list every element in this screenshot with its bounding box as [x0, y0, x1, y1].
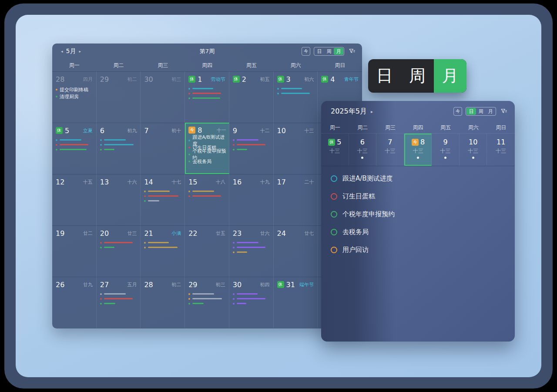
- day-cell[interactable]: 30初四: [229, 277, 274, 328]
- event-bar[interactable]: [56, 147, 93, 152]
- task-status-circle[interactable]: [331, 247, 337, 253]
- event-bar[interactable]: [100, 296, 137, 301]
- task-status-circle[interactable]: [331, 193, 337, 200]
- event-bar[interactable]: [233, 301, 270, 306]
- day-cell[interactable]: 15十八: [185, 174, 229, 225]
- day-cell[interactable]: 休1劳动节: [185, 71, 229, 123]
- event-bar[interactable]: [100, 137, 137, 142]
- event-bar[interactable]: [100, 147, 137, 152]
- week-day-cell[interactable]: 11十三: [487, 134, 515, 166]
- day-cell[interactable]: 23廿六: [229, 225, 274, 277]
- week-day-cell[interactable]: 7十三: [376, 134, 404, 166]
- event-bar[interactable]: [144, 198, 181, 203]
- event-bar[interactable]: [56, 137, 93, 142]
- day-cell[interactable]: 休31端午节: [274, 277, 318, 328]
- day-cell[interactable]: 28初二: [141, 277, 185, 328]
- day-cell[interactable]: 17二十: [274, 174, 318, 225]
- task-status-circle[interactable]: [331, 211, 337, 218]
- week-day-cell[interactable]: 休5十三: [321, 134, 349, 166]
- task-item[interactable]: 用户回访: [331, 241, 515, 259]
- task-item[interactable]: 个税年度申报预约: [331, 205, 515, 223]
- callout-view-option-1[interactable]: 日: [368, 59, 401, 93]
- task-item[interactable]: 跟进A/B测试进度: [331, 170, 515, 188]
- day-cell[interactable]: 休2初五: [229, 71, 274, 123]
- day-cell[interactable]: 22廿五: [185, 225, 229, 277]
- day-cell[interactable]: 27五月: [97, 277, 141, 328]
- next-month-button[interactable]: ▸: [79, 49, 81, 54]
- week-day-cell[interactable]: 6十三: [349, 134, 377, 166]
- event-bar[interactable]: [233, 137, 270, 142]
- view-toggle-option-3[interactable]: 月: [334, 48, 343, 55]
- callout-view-option-3[interactable]: 月: [434, 59, 466, 93]
- callout-view-option-2[interactable]: 周: [401, 59, 433, 93]
- day-cell[interactable]: 24廿七: [274, 225, 318, 277]
- day-cell[interactable]: 9十二: [229, 123, 274, 174]
- day-cell[interactable]: 6初九: [97, 123, 141, 174]
- view-toggle-option-2[interactable]: 周: [476, 108, 486, 115]
- event-bar[interactable]: [100, 240, 137, 245]
- event-bar[interactable]: [188, 296, 225, 301]
- week-day-cell[interactable]: 今8十三: [404, 134, 432, 166]
- event-item[interactable]: 个税年度申报预约: [188, 151, 226, 158]
- event-bar[interactable]: [144, 189, 181, 194]
- view-toggle-option-1[interactable]: 日: [315, 48, 324, 55]
- view-toggle-option-1[interactable]: 日: [466, 108, 476, 115]
- event-bar[interactable]: [188, 96, 225, 101]
- task-status-circle[interactable]: [331, 175, 337, 182]
- day-cell[interactable]: 休5立夏: [52, 123, 97, 174]
- day-cell[interactable]: 休3初六: [274, 71, 318, 123]
- view-toggle[interactable]: 日周月: [314, 47, 344, 56]
- day-cell[interactable]: 13十六: [97, 174, 141, 225]
- event-bar[interactable]: [233, 147, 270, 152]
- day-cell[interactable]: 19廿二: [52, 225, 97, 277]
- event-item[interactable]: 跟进A/B测试进度: [188, 137, 226, 144]
- task-item[interactable]: 订生日蛋糕: [331, 188, 515, 205]
- event-bar[interactable]: [144, 194, 181, 198]
- day-cell[interactable]: 29初三: [185, 277, 229, 328]
- today-button[interactable]: 今: [302, 47, 310, 56]
- event-bar[interactable]: [144, 240, 181, 245]
- event-bar[interactable]: [188, 301, 225, 306]
- event-bar[interactable]: [277, 91, 314, 96]
- day-cell[interactable]: 20廿三: [97, 225, 141, 277]
- day-cell[interactable]: 14十七: [141, 174, 185, 225]
- event-bar[interactable]: [233, 142, 270, 147]
- event-bar[interactable]: [233, 291, 270, 296]
- event-bar[interactable]: [188, 194, 225, 198]
- next-month-button[interactable]: ▸: [371, 109, 373, 114]
- event-bar[interactable]: [100, 245, 137, 250]
- week-day-cell[interactable]: 9十三: [432, 134, 460, 166]
- filter-button[interactable]: [348, 47, 356, 56]
- view-toggle-option-2[interactable]: 周: [324, 48, 334, 55]
- task-status-circle[interactable]: [331, 229, 337, 235]
- event-bar[interactable]: [188, 291, 225, 296]
- week-day-cell[interactable]: 10十三: [460, 134, 487, 166]
- event-bar[interactable]: [100, 291, 137, 296]
- event-bar[interactable]: [144, 245, 181, 250]
- event-bar[interactable]: [188, 86, 225, 91]
- day-cell[interactable]: 16十九: [229, 174, 274, 225]
- day-cell[interactable]: 今8十一跟进A/B测试进度订生日蛋糕个税年度申报预约去税务局: [185, 123, 229, 174]
- day-cell[interactable]: 28四月提交印刷终稿清理厨房: [52, 71, 97, 123]
- day-cell[interactable]: 26廿九: [52, 277, 97, 328]
- day-cell[interactable]: 12十五: [52, 174, 97, 225]
- view-toggle[interactable]: 日周月: [466, 107, 496, 116]
- event-bar[interactable]: [188, 189, 225, 194]
- event-item[interactable]: 清理厨房: [56, 93, 93, 100]
- task-item[interactable]: 去税务局: [331, 223, 515, 241]
- view-toggle-option-3[interactable]: 月: [486, 108, 495, 115]
- event-bar[interactable]: [233, 296, 270, 301]
- prev-month-button[interactable]: ◂: [61, 49, 63, 54]
- event-item[interactable]: 提交印刷终稿: [56, 86, 93, 93]
- event-bar[interactable]: [56, 142, 93, 147]
- filter-button[interactable]: [500, 107, 508, 116]
- event-bar[interactable]: [100, 301, 137, 306]
- day-cell[interactable]: 7初十: [141, 123, 185, 174]
- event-bar[interactable]: [233, 240, 270, 245]
- today-button[interactable]: 今: [453, 107, 462, 116]
- day-cell[interactable]: 21小满: [141, 225, 185, 277]
- day-cell[interactable]: 10十三: [274, 123, 318, 174]
- event-bar[interactable]: [233, 250, 270, 255]
- day-cell[interactable]: 30初三: [141, 71, 185, 123]
- event-bar[interactable]: [277, 86, 314, 91]
